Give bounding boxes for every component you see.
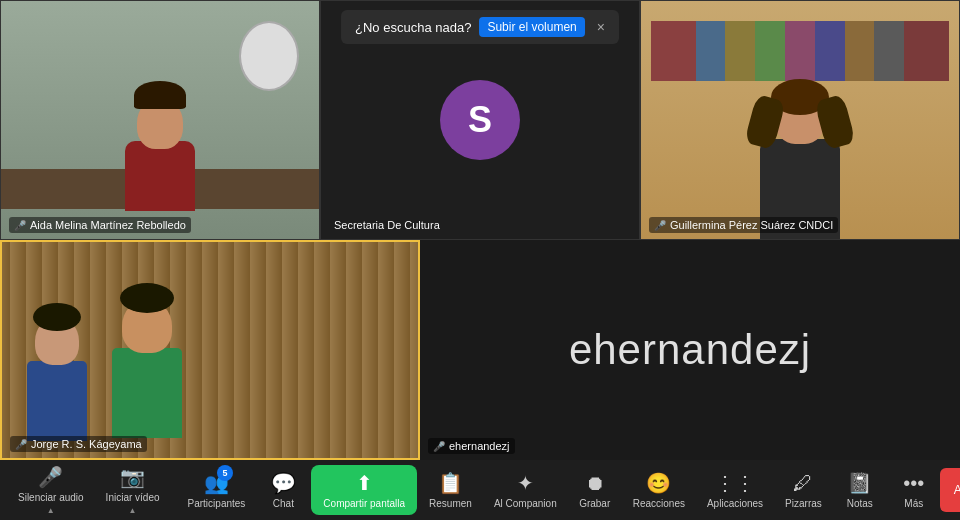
audio-caret: ▲ — [47, 506, 55, 515]
notes-label: Notas — [847, 498, 873, 509]
name-text-secretaria: Secretaria De Cultura — [334, 219, 440, 231]
name-label-ehernandezj: 🎤 ehernandezj — [428, 438, 515, 454]
body-j2 — [112, 348, 182, 438]
start-video-button[interactable]: 📷 Iniciar vídeo ▲ — [96, 459, 170, 520]
shelf-books — [651, 21, 949, 81]
ai-companion-button[interactable]: ✦ Al Companion — [484, 465, 567, 515]
video-toolbar-icon: 📷 — [120, 465, 145, 489]
video-label: Iniciar vídeo — [106, 492, 160, 503]
body-j1 — [27, 361, 87, 441]
more-button[interactable]: ••• Más — [888, 466, 940, 515]
name-text-aida: Aida Melina Martínez Rebolledo — [30, 219, 186, 231]
more-label: Más — [904, 498, 923, 509]
bottom-row: 🎤 Jorge R. S. Kágeyama ehernandezj 🎤 ehe… — [0, 240, 960, 460]
name-label-aida: 🎤 Aida Melina Martínez Rebolledo — [9, 217, 191, 233]
notes-button[interactable]: 📓 Notas — [834, 465, 886, 515]
summary-button[interactable]: 📋 Resumen — [419, 465, 482, 515]
tile-guillermina: 🎤 Guillermina Pérez Suárez CNDCI — [640, 0, 960, 240]
hair-j2 — [120, 283, 174, 313]
record-button[interactable]: ⏺ Grabar — [569, 466, 621, 515]
summary-icon: 📋 — [438, 471, 463, 495]
chat-label: Chat — [273, 498, 294, 509]
apps-button[interactable]: ⋮⋮ Aplicaciones — [697, 465, 773, 515]
person-jorge-1 — [17, 303, 97, 433]
record-label: Grabar — [579, 498, 610, 509]
person-silhouette-right — [740, 79, 860, 239]
volume-up-button[interactable]: Subir el volumen — [479, 17, 584, 37]
share-screen-button[interactable]: ⬆ Compartir pantalla — [311, 465, 417, 515]
mic-icon-guillermina: 🎤 — [654, 220, 666, 231]
mic-icon-aida: 🎤 — [14, 220, 26, 231]
mic-icon-ehernandezj: 🎤 — [433, 441, 445, 452]
record-icon: ⏺ — [585, 472, 605, 495]
leave-button[interactable]: Abano... — [940, 468, 960, 512]
chat-button[interactable]: 💬 Chat — [257, 465, 309, 515]
participants-icon-wrapper: 👥 5 — [204, 471, 229, 495]
name-text-jorge: Jorge R. S. Kágeyama — [31, 438, 142, 450]
share-label: Compartir pantalla — [323, 498, 405, 509]
more-icon: ••• — [903, 472, 924, 495]
mic-toolbar-icon: 🎤 — [38, 465, 63, 489]
audio-label: Silenciar audio — [18, 492, 84, 503]
person-silhouette-left — [110, 81, 210, 211]
wall-decor — [239, 21, 299, 91]
whiteboard-icon: 🖊 — [793, 472, 813, 495]
summary-label: Resumen — [429, 498, 472, 509]
mute-audio-button[interactable]: 🎤 Silenciar audio ▲ — [8, 459, 94, 520]
apps-icon: ⋮⋮ — [715, 471, 755, 495]
toolbar-center-group: 👥 5 Participantes 💬 Chat ⬆ Compartir pan… — [178, 465, 940, 515]
name-label-jorge: 🎤 Jorge R. S. Kágeyama — [10, 436, 147, 452]
name-label-guillermina: 🎤 Guillermina Pérez Suárez CNDCI — [649, 217, 838, 233]
video-container: ¿No escucha nada? Subir el volumen × 🎤 A… — [0, 0, 960, 460]
chat-icon: 💬 — [271, 471, 296, 495]
toolbar-left-group: 🎤 Silenciar audio ▲ 📷 Iniciar vídeo ▲ — [8, 459, 170, 520]
name-text-guillermina: Guillermina Pérez Suárez CNDCI — [670, 219, 833, 231]
person-jorge-2 — [102, 283, 192, 433]
name-label-secretaria: Secretaria De Cultura — [329, 217, 445, 233]
tile-jorge: 🎤 Jorge R. S. Kágeyama — [0, 240, 420, 460]
username-large: ehernandezj — [569, 326, 811, 374]
tile-aida: 🎤 Aida Melina Martínez Rebolledo — [0, 0, 320, 240]
toolbar: 🎤 Silenciar audio ▲ 📷 Iniciar vídeo ▲ 👥 … — [0, 460, 960, 520]
video-caret: ▲ — [129, 506, 137, 515]
reactions-button[interactable]: 😊 Reacciones — [623, 465, 695, 515]
apps-label: Aplicaciones — [707, 498, 763, 509]
name-text-ehernandezj: ehernandezj — [449, 440, 510, 452]
whiteboard-label: Pizarras — [785, 498, 822, 509]
mic-icon-jorge: 🎤 — [15, 439, 27, 450]
whiteboard-button[interactable]: 🖊 Pizarras — [775, 466, 832, 515]
ai-companion-icon: ✦ — [517, 471, 534, 495]
avatar-s: S — [440, 80, 520, 160]
participants-button[interactable]: 👥 5 Participantes — [178, 465, 256, 515]
share-icon: ⬆ — [356, 471, 373, 495]
body — [125, 141, 195, 211]
notification-text: ¿No escucha nada? — [355, 20, 471, 35]
notification-bar: ¿No escucha nada? Subir el volumen × — [341, 10, 619, 44]
reactions-label: Reacciones — [633, 498, 685, 509]
toolbar-right-group: Abano... — [940, 468, 960, 512]
tile-ehernandezj: ehernandezj 🎤 ehernandezj — [420, 240, 960, 460]
hair-j1 — [33, 303, 81, 331]
ai-companion-label: Al Companion — [494, 498, 557, 509]
avatar-letter: S — [468, 99, 492, 141]
reactions-icon: 😊 — [646, 471, 671, 495]
participants-label: Participantes — [188, 498, 246, 509]
notes-icon: 📓 — [847, 471, 872, 495]
participant-count: 5 — [217, 465, 233, 481]
hair — [134, 81, 186, 109]
close-notification-button[interactable]: × — [597, 19, 605, 35]
